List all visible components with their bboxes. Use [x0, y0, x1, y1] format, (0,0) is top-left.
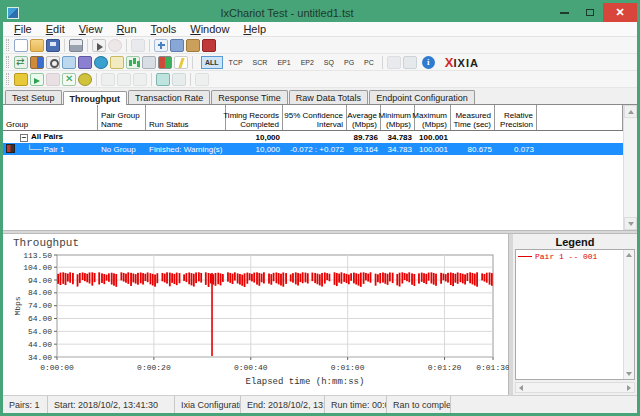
edit-pair-icon[interactable]: [30, 56, 44, 69]
filter-ep1-button[interactable]: EP1: [273, 56, 294, 69]
stop-test-icon[interactable]: [108, 39, 122, 52]
pair-group-name-cell: No Group: [98, 145, 146, 154]
column-header[interactable]: [537, 105, 623, 130]
info-icon[interactable]: i: [422, 56, 435, 69]
add-pair-icon[interactable]: [154, 39, 168, 52]
export-icon[interactable]: [403, 56, 417, 69]
schedule-icon[interactable]: [94, 56, 108, 69]
view-pane-icon[interactable]: [131, 39, 145, 52]
console-icon[interactable]: [14, 73, 28, 86]
maximize-button[interactable]: [577, 3, 603, 22]
scroll-down-icon[interactable]: [624, 369, 634, 379]
unlink-pairs-icon[interactable]: [172, 73, 186, 86]
find-pair-icon[interactable]: [46, 56, 60, 69]
legend-horizontal-scrollbar[interactable]: [515, 382, 635, 393]
toolbar-separator: [149, 39, 150, 52]
collapse-icon[interactable]: −: [20, 134, 28, 142]
power-icon[interactable]: [174, 56, 188, 69]
column-header[interactable]: Minimum (Mbps): [381, 105, 415, 130]
award-icon[interactable]: [78, 73, 92, 86]
menu-view[interactable]: View: [72, 23, 110, 35]
link-pairs-icon[interactable]: [156, 73, 170, 86]
menu-run[interactable]: Run: [109, 23, 143, 35]
ixia-x-mark: X: [445, 55, 454, 70]
tile-horizontal-icon[interactable]: [101, 73, 115, 86]
tab-raw-data-totals[interactable]: Raw Data Totals: [289, 90, 368, 104]
script-editor-icon[interactable]: [78, 56, 92, 69]
column-header[interactable]: Relative Precision: [495, 105, 537, 130]
column-header[interactable]: Measured Time (sec): [451, 105, 495, 130]
scroll-down-icon[interactable]: [624, 217, 637, 230]
title-bar[interactable]: IxChariot Test - untitled1.tst ✕: [3, 3, 637, 22]
toolbar-separator: [192, 56, 193, 69]
filter-pc-button[interactable]: PC: [360, 56, 378, 69]
new-test-icon[interactable]: [14, 39, 28, 52]
menu-tools[interactable]: Tools: [144, 23, 184, 35]
tab-test-setup[interactable]: Test Setup: [5, 90, 62, 104]
column-header[interactable]: Timing Records Completed: [226, 105, 283, 130]
open-icon[interactable]: [30, 39, 44, 52]
tile-vertical-icon[interactable]: [117, 73, 131, 86]
scroll-up-icon[interactable]: [624, 250, 634, 260]
copy-pair-icon[interactable]: [170, 39, 184, 52]
options-form-icon[interactable]: [110, 56, 124, 69]
menu-window[interactable]: Window: [183, 23, 236, 35]
pair-label: Pair 1: [43, 145, 64, 154]
column-header[interactable]: Pair Group Name: [98, 105, 146, 130]
legend-entry[interactable]: Pair 1 -- 001: [518, 252, 621, 261]
tab-response-time[interactable]: Response Time: [211, 90, 288, 104]
slideshow-icon[interactable]: [142, 56, 156, 69]
column-header[interactable]: Group: [3, 105, 98, 130]
toolbar-grip[interactable]: [6, 56, 9, 68]
abort-icon[interactable]: [46, 73, 60, 86]
minimize-button[interactable]: [551, 3, 577, 22]
window-title: IxChariot Test - untitled1.tst: [23, 7, 551, 19]
toolbar-separator: [96, 73, 97, 86]
replicate-pair-icon[interactable]: [62, 56, 76, 69]
toolbar-separator: [382, 56, 383, 69]
table-row-pair[interactable]: └──Pair 1No GroupFinished: Warning(s)10,…: [3, 143, 623, 155]
table-vertical-scrollbar[interactable]: [623, 105, 637, 230]
filter-tcp-button[interactable]: TCP: [225, 56, 247, 69]
filter-ep2-button[interactable]: EP2: [297, 56, 318, 69]
filter-all-button[interactable]: ALL: [201, 56, 223, 69]
minimum-cell: 34.783: [381, 133, 415, 142]
table-row-all-pairs[interactable]: −All Pairs10,00089.73634.783100.001: [3, 131, 623, 143]
save-icon[interactable]: [46, 39, 60, 52]
refresh-icon[interactable]: [30, 73, 44, 86]
tab-throughput[interactable]: Throughput: [63, 91, 127, 105]
compare-grid-icon[interactable]: [158, 56, 172, 69]
run-test-icon[interactable]: [92, 39, 106, 52]
filter-scr-button[interactable]: SCR: [249, 56, 272, 69]
legend-line-swatch: [518, 256, 532, 257]
test-case-icon[interactable]: [186, 39, 200, 52]
scroll-left-icon[interactable]: [516, 383, 526, 393]
column-header[interactable]: Maximum (Mbps): [415, 105, 451, 130]
legend-vertical-scrollbar[interactable]: [623, 250, 634, 379]
cascade-icon[interactable]: [133, 73, 147, 86]
results-chart-icon[interactable]: [126, 56, 140, 69]
toolbar-grip[interactable]: [6, 39, 9, 51]
toolbar-grip[interactable]: [6, 73, 9, 85]
filter-sq-button[interactable]: SQ: [320, 56, 338, 69]
legend-entries: Pair 1 -- 001: [516, 250, 623, 379]
menu-file[interactable]: File: [7, 23, 39, 35]
swap-endpoints-icon[interactable]: [14, 56, 28, 69]
ixia-browser-icon[interactable]: [202, 39, 216, 52]
tab-transaction-rate[interactable]: Transaction Rate: [128, 90, 210, 104]
close-button[interactable]: ✕: [603, 3, 637, 22]
svg-text:Mbps: Mbps: [13, 296, 22, 315]
menu-edit[interactable]: Edit: [39, 23, 72, 35]
lock-icon[interactable]: [195, 73, 209, 86]
column-header[interactable]: Run Status: [146, 105, 226, 130]
filter-pg-button[interactable]: PG: [340, 56, 358, 69]
menu-help[interactable]: Help: [236, 23, 273, 35]
scroll-up-icon[interactable]: [624, 105, 637, 118]
print-icon[interactable]: [69, 39, 83, 52]
merge-icon[interactable]: [62, 73, 76, 86]
column-header[interactable]: 95% Confidence Interval: [283, 105, 347, 130]
scroll-right-icon[interactable]: [624, 383, 634, 393]
tab-endpoint-configuration[interactable]: Endpoint Configuration: [369, 90, 475, 104]
report-icon[interactable]: [387, 56, 401, 69]
column-header[interactable]: Average (Mbps): [347, 105, 381, 130]
